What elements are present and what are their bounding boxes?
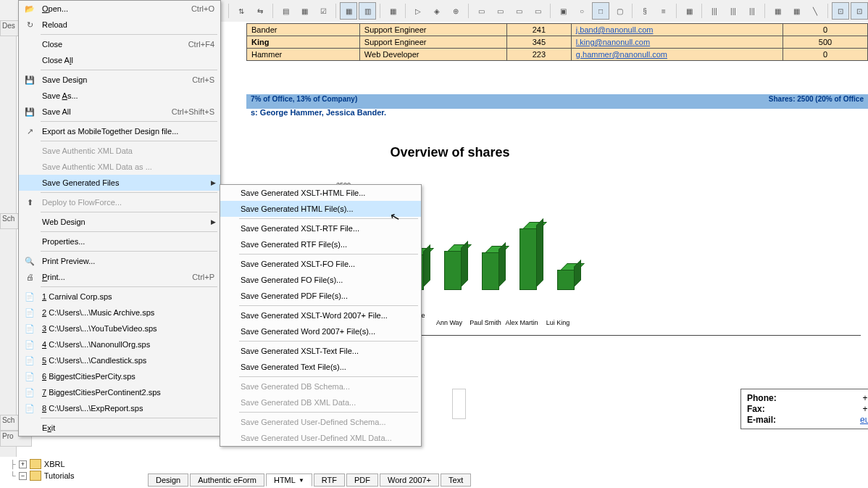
toolbar-button[interactable]: ○: [573, 2, 591, 20]
toolbar-button[interactable]: |||: [725, 2, 742, 20]
print-icon: 🖨: [23, 270, 36, 284]
submenu-ud-xml: Save Generated User-Defined XML Data...: [220, 430, 421, 446]
project-tree: ├+XBRL └−Tutorials: [10, 458, 75, 481]
toolbar-button[interactable]: ▤: [277, 2, 294, 20]
cell-shares: 500: [783, 36, 868, 49]
cell-name: Bander: [247, 24, 360, 36]
cell-email: j.band@nanonull.com: [571, 24, 783, 36]
menu-recent-8[interactable]: 📄8 C:\Users\...\ExpReport.sps: [19, 400, 220, 416]
expand-icon[interactable]: +: [19, 460, 27, 468]
toolbar-button[interactable]: ▷: [409, 2, 427, 20]
menu-close[interactable]: CloseCtrl+F4: [19, 36, 220, 52]
toolbar-button[interactable]: |||: [743, 2, 761, 20]
toolbar-button[interactable]: ▭: [529, 2, 546, 20]
toolbar-button[interactable]: ▦: [340, 2, 357, 20]
toolbar-button[interactable]: ⊡: [832, 2, 849, 20]
submenu-xslt-fo[interactable]: Save Generated XSLT-FO File...: [220, 256, 421, 272]
submenu-xslt-html[interactable]: Save Generated XSLT-HTML File...: [220, 185, 421, 201]
cell-role: Web Developer: [359, 49, 506, 61]
menu-reload[interactable]: ↻Reload: [19, 17, 220, 33]
menu-recent-1[interactable]: 📄1 Carnival Corp.sps: [19, 289, 220, 305]
tab-rtf[interactable]: RTF: [314, 473, 345, 487]
menu-properties[interactable]: Properties...: [19, 233, 220, 249]
submenu-arrow-icon: ▶: [211, 218, 216, 226]
chart-bar: [557, 270, 575, 290]
menu-recent-6[interactable]: 📄6 BiggestCitiesPerCity.sps: [19, 368, 220, 384]
dropdown-icon[interactable]: ▼: [299, 477, 304, 484]
menu-save-generated[interactable]: Save Generated Files▶: [19, 175, 220, 191]
toolbar-button[interactable]: §: [636, 2, 654, 20]
menu-export-mt[interactable]: ↗Export as MobileTogether Design file...: [19, 123, 220, 139]
menu-open[interactable]: 📂Open...Ctrl+O: [19, 1, 220, 17]
menu-save-as[interactable]: Save As...: [19, 88, 220, 104]
toolbar-button[interactable]: ▭: [510, 2, 527, 20]
tab-word[interactable]: Word 2007+: [380, 473, 439, 487]
tab-eform[interactable]: Authentic eForm: [190, 473, 264, 487]
menu-recent-5[interactable]: 📄5 C:\Users\...\Candlestick.sps: [19, 352, 220, 368]
menu-recent-7[interactable]: 📄7 BiggestCitiesPerContinent2.sps: [19, 384, 220, 400]
tree-item-xbrl[interactable]: ├+XBRL: [10, 458, 75, 470]
toolbar-button[interactable]: ▦: [384, 2, 401, 20]
email-link[interactable]: euoffice@: [860, 415, 868, 425]
chart-bar: [444, 251, 462, 290]
email-link[interactable]: j.band@nanonull.com: [576, 25, 654, 34]
toolbar-button[interactable]: ▦: [296, 2, 313, 20]
submenu-rtf[interactable]: Save Generated RTF File(s)...: [220, 236, 421, 252]
toolbar-button[interactable]: ▭: [472, 2, 490, 20]
menu-print[interactable]: 🖨Print...Ctrl+P: [19, 269, 220, 285]
chart-xlabel: Lui King: [540, 319, 576, 326]
menu-save-design[interactable]: 💾Save DesignCtrl+S: [19, 72, 220, 88]
menu-web-design[interactable]: Web Design▶: [19, 214, 220, 230]
toolbar-button[interactable]: ╲: [806, 2, 824, 20]
submenu-xslt-word[interactable]: Save Generated XSLT-Word 2007+ File...: [220, 307, 421, 323]
save-icon: 💾: [23, 73, 36, 86]
deploy-icon: ⬆: [23, 196, 36, 209]
email-link[interactable]: g.hammer@nanonull.com: [576, 50, 667, 59]
menu-save-xml: Save Authentic XML Data: [19, 143, 220, 159]
employee-table: Bander Support Engineer 241 j.band@nanon…: [246, 23, 868, 61]
submenu-fo[interactable]: Save Generated FO File(s)...: [220, 272, 421, 288]
submenu-xslt-text[interactable]: Save Generated XSLT-Text File...: [220, 343, 421, 359]
toolbar-button[interactable]: ▦: [680, 2, 698, 20]
toolbar-button[interactable]: ⊡: [851, 2, 868, 20]
preview-icon: 🔍: [23, 255, 36, 268]
toolbar-split-icon[interactable]: ⇅: [233, 2, 250, 20]
tree-item-tutorials[interactable]: └−Tutorials: [10, 470, 75, 481]
toolbar-button[interactable]: ⊕: [447, 2, 464, 20]
toolbar-button[interactable]: ▭: [491, 2, 509, 20]
submenu-text[interactable]: Save Generated Text File(s)...: [220, 359, 421, 375]
toolbar-button[interactable]: ▣: [554, 2, 572, 20]
toolbar-button[interactable]: |||: [706, 2, 723, 20]
toolbar-button[interactable]: ▦: [769, 2, 786, 20]
toolbar-button[interactable]: ▢: [611, 2, 628, 20]
menu-exit[interactable]: Exit: [19, 420, 220, 436]
phone-label: Phone:: [747, 393, 790, 403]
email-link[interactable]: l.king@nanonull.com: [576, 38, 650, 46]
menu-deploy: ⬆Deploy to FlowForce...: [19, 194, 220, 210]
menu-recent-2[interactable]: 📄2 C:\Users\...\Music Archive.sps: [19, 305, 220, 320]
submenu-pdf[interactable]: Save Generated PDF File(s)...: [220, 288, 421, 304]
reload-icon: ↻: [23, 18, 36, 31]
tab-pdf[interactable]: PDF: [346, 473, 378, 487]
toolbar-button[interactable]: ▦: [788, 2, 805, 20]
toolbar-split-icon[interactable]: ⇆: [251, 2, 269, 20]
tab-design[interactable]: Design: [148, 473, 188, 487]
contact-box: Phone:+ 43 1 55 Fax:+ 43 1 55 E-mail:euo…: [740, 389, 868, 429]
tab-text[interactable]: Text: [441, 473, 471, 487]
collapse-icon[interactable]: −: [19, 472, 27, 480]
menu-save-all[interactable]: 💾Save AllCtrl+Shift+S: [19, 104, 220, 120]
menu-recent-4[interactable]: 📄4 C:\Users\...\NanonullOrg.sps: [19, 336, 220, 352]
file-icon: 📄: [23, 354, 36, 367]
toolbar-button[interactable]: ≡: [655, 2, 672, 20]
menu-recent-3[interactable]: 📄3 C:\Users\...\YouTubeVideo.sps: [19, 320, 220, 336]
submenu-word[interactable]: Save Generated Word 2007+ File(s)...: [220, 323, 421, 339]
toolbar-button[interactable]: □: [592, 2, 609, 20]
tab-html[interactable]: HTML▼: [266, 473, 312, 487]
toolbar-button[interactable]: ☑: [314, 2, 332, 20]
toolbar-button[interactable]: ◈: [428, 2, 446, 20]
export-icon: ↗: [23, 125, 36, 138]
menu-print-preview[interactable]: 🔍Print Preview...: [19, 253, 220, 269]
menu-close-all[interactable]: Close All: [19, 52, 220, 68]
toolbar-button[interactable]: ▥: [359, 2, 376, 20]
cell-name: Hammer: [247, 49, 360, 61]
